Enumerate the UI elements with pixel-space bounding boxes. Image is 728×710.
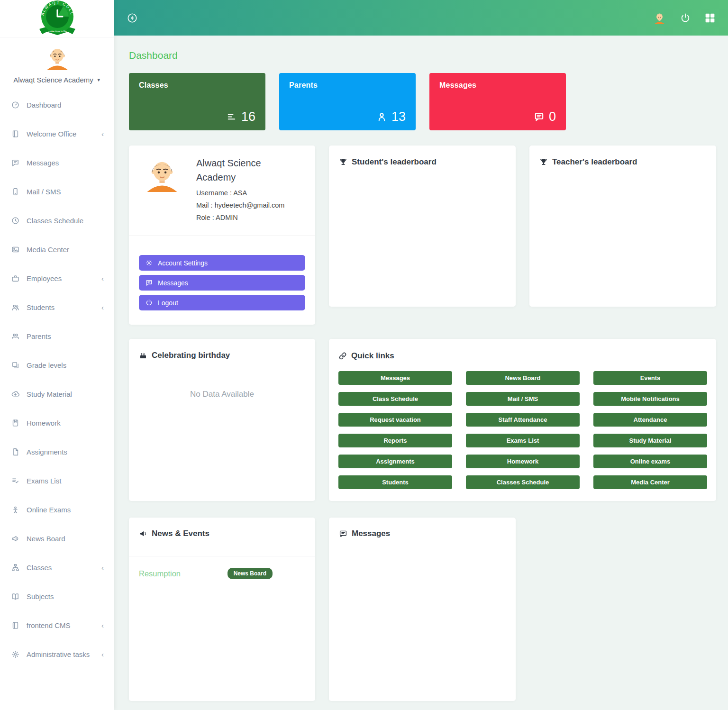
caret-down-icon: ▼: [97, 78, 101, 82]
quick-link-request-vacation[interactable]: Request vacation: [338, 413, 452, 427]
sidebar-item-students[interactable]: Students ‹: [0, 293, 114, 322]
gauge-icon: [11, 101, 19, 109]
chat-icon: [146, 279, 153, 286]
profile-avatar: [144, 156, 180, 192]
sidebar-item-employees[interactable]: Employees ‹: [0, 264, 114, 293]
sidebar-item-messages[interactable]: Messages: [0, 148, 114, 177]
sidebar-item-dashboard[interactable]: Dashboard: [0, 91, 114, 119]
trophy-icon: [339, 158, 347, 166]
sidebar-item-subjects[interactable]: Subjects: [0, 582, 114, 611]
sidebar-item-homework[interactable]: Homework: [0, 409, 114, 437]
sidebar-item-administrative-tasks[interactable]: Administrative tasks ‹: [0, 640, 114, 669]
quick-link-events[interactable]: Events: [593, 371, 707, 385]
sidebar-item-news-board[interactable]: News Board: [0, 524, 114, 553]
megaphone-icon: [139, 529, 147, 538]
quick-link-news-board[interactable]: News Board: [466, 371, 580, 385]
link-icon: [338, 352, 347, 360]
book-icon: [11, 621, 19, 630]
cake-icon: [139, 351, 147, 360]
profile-role: Role : ADMIN: [196, 214, 286, 221]
student-leaderboard-card: Student's leaderboard: [329, 146, 516, 307]
quick-link-online-exams[interactable]: Online exams: [593, 455, 707, 468]
chevron-left-icon: ‹: [101, 622, 104, 629]
quick-link-reports[interactable]: Reports: [338, 434, 452, 447]
megaphone-icon: [11, 535, 19, 543]
briefcase-icon: [11, 274, 19, 283]
chevron-left-icon: ‹: [101, 130, 104, 137]
sidebar-item-media-center[interactable]: Media Center: [0, 235, 114, 264]
messages-card-title: Messages: [352, 529, 390, 538]
back-circle-icon[interactable]: [127, 13, 137, 23]
quick-link-media-center[interactable]: Media Center: [593, 475, 707, 489]
power-icon: [146, 299, 153, 306]
chat-square-icon: [534, 111, 545, 122]
sidebar-item-parents[interactable]: Parents: [0, 322, 114, 351]
bar-lines-icon: [226, 111, 237, 122]
quick-links-title: Quick links: [351, 351, 394, 361]
power-icon[interactable]: [680, 13, 691, 23]
account-switcher[interactable]: Alwaqt Science Academy ▼: [0, 37, 114, 84]
clock-icon: [11, 217, 19, 225]
chevron-left-icon: ‹: [101, 304, 104, 311]
sidebar-menu: Dashboard Welcome Office ‹ Messages Mail…: [0, 91, 114, 669]
quick-link-staff-attendance[interactable]: Staff Attendance: [466, 413, 580, 427]
sidebar-item-classes-schedule[interactable]: Classes Schedule: [0, 206, 114, 235]
teacher-leaderboard-card: Teacher's leaderboard: [529, 146, 716, 307]
gear-icon: [146, 259, 153, 266]
quick-link-attendance[interactable]: Attendance: [593, 413, 707, 427]
cloud-download-icon: [11, 390, 19, 399]
stat-value-parents: 13: [391, 109, 406, 124]
person-icon: [376, 111, 387, 122]
quick-link-mail-sms[interactable]: Mail / SMS: [466, 392, 580, 406]
account-avatar: [45, 45, 70, 70]
quick-links-grid: Messages News Board Events Class Schedul…: [338, 371, 707, 489]
sidebar-item-exams-list[interactable]: Exams List: [0, 466, 114, 495]
chat-icon: [339, 529, 347, 538]
sidebar-item-welcome-office[interactable]: Welcome Office ‹: [0, 119, 114, 148]
quick-link-classes-schedule[interactable]: Classes Schedule: [466, 475, 580, 489]
parents-icon: [11, 332, 19, 341]
sidebar-item-assignments[interactable]: Assignments: [0, 437, 114, 466]
gear-icon: [11, 650, 19, 659]
profile-username: Username : ASA: [196, 189, 286, 197]
news-item: Resumption News Board: [129, 556, 315, 579]
sidebar-item-study-material[interactable]: Study Material: [0, 380, 114, 409]
news-item-badge: News Board: [228, 568, 273, 579]
chevron-left-icon: ‹: [101, 651, 104, 658]
messages-button[interactable]: Messages: [139, 275, 305, 291]
logout-button[interactable]: Logout: [139, 295, 305, 310]
book-icon: [11, 130, 19, 138]
grid-icon[interactable]: [705, 13, 715, 23]
account-settings-button[interactable]: Account Settings: [139, 255, 305, 271]
sidebar-item-classes[interactable]: Classes ‹: [0, 553, 114, 582]
quick-link-homework[interactable]: Homework: [466, 455, 580, 468]
quick-link-messages[interactable]: Messages: [338, 371, 452, 385]
college-logo: ALWAQT COLLEGE make time is life: [0, 0, 114, 37]
sidebar-item-mail-sms[interactable]: Mail / SMS: [0, 177, 114, 206]
quick-links-card: Quick links Messages News Board Events C…: [329, 339, 716, 501]
quick-link-assignments[interactable]: Assignments: [338, 455, 452, 468]
bookmark-book-icon: [11, 419, 19, 428]
teacher-leaderboard-title: Teacher's leaderboard: [552, 157, 637, 167]
sidebar-item-grade-levels[interactable]: Grade levels: [0, 351, 114, 380]
quick-link-exams-list[interactable]: Exams List: [466, 434, 580, 447]
stat-card-parents[interactable]: Parents 13: [279, 73, 416, 130]
news-item-link[interactable]: Resumption: [139, 569, 181, 578]
quick-link-mobile-notifications[interactable]: Mobile Notifications: [593, 392, 707, 406]
image-icon: [11, 246, 19, 254]
no-data-text: No Data Available: [139, 390, 305, 399]
svg-text:make time is life: make time is life: [48, 30, 66, 33]
sidebar-item-online-exams[interactable]: Online Exams: [0, 495, 114, 524]
stat-value-messages: 0: [549, 109, 556, 124]
stat-card-classes[interactable]: Classes 16: [129, 73, 265, 130]
quick-link-students[interactable]: Students: [338, 475, 452, 489]
sidebar-item-frontend-cms[interactable]: frontend CMS ‹: [0, 611, 114, 640]
phone-icon: [11, 188, 19, 196]
quick-link-class-schedule[interactable]: Class Schedule: [338, 392, 452, 406]
chevron-left-icon: ‹: [101, 564, 104, 571]
quick-link-study-material[interactable]: Study Material: [593, 434, 707, 447]
file-icon: [11, 448, 19, 456]
stat-card-messages[interactable]: Messages 0: [429, 73, 566, 130]
topbar-avatar[interactable]: [653, 11, 666, 24]
profile-mail: Mail : hydeetech@gmail.com: [196, 201, 286, 209]
